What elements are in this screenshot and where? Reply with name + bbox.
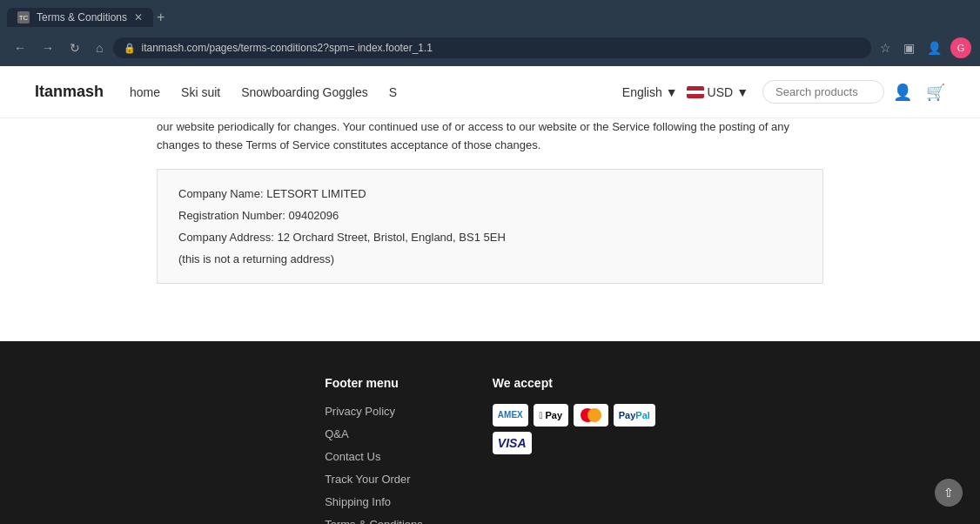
site-logo[interactable]: Itanmash [35, 83, 104, 101]
tab-bar: TC Terms & Conditions ✕ + [0, 0, 980, 30]
home-button[interactable]: ⌂ [91, 37, 108, 58]
footer-payments-heading: We accept [493, 376, 655, 390]
amex-payment-icon: AMEX [493, 404, 528, 427]
refresh-button[interactable]: ↻ [64, 37, 85, 58]
site-footer: Footer menu Privacy Policy Q&A Contact U… [0, 341, 980, 524]
navigation-bar: ← → ↻ ⌂ 🔒 ☆ ▣ 👤 G [0, 30, 980, 66]
address-bar: 🔒 [113, 37, 871, 58]
tab-favicon: TC [17, 11, 30, 24]
list-item: Contact Us [325, 449, 423, 463]
currency-selector[interactable]: USD ▼ [687, 85, 748, 99]
profile-icon[interactable]: 👤 [923, 37, 945, 58]
nav-home[interactable]: home [130, 85, 160, 99]
address-value: 12 Orchard Street, Bristol, England, BS1… [277, 231, 505, 244]
footer-track-order-link[interactable]: Track Your Order [325, 473, 411, 486]
list-item: Privacy Policy [325, 404, 423, 418]
registration-value: 09402096 [288, 209, 339, 222]
currency-label: USD [708, 85, 734, 99]
footer-terms-link[interactable]: Terms & Conditions [325, 518, 423, 524]
company-name-line: Company Name: LETSORT LIMITED [178, 187, 802, 200]
footer-shipping-info-link[interactable]: Shipping Info [325, 495, 391, 508]
active-tab[interactable]: TC Terms & Conditions ✕ [7, 8, 153, 27]
back-button[interactable]: ← [9, 37, 31, 58]
language-label: English [622, 85, 662, 99]
browser-nav-icons: ☆ ▣ 👤 G [876, 37, 971, 58]
url-input[interactable] [141, 42, 861, 54]
search-input[interactable] [762, 80, 884, 104]
content-area: our website periodically for changes. Yo… [0, 118, 980, 333]
new-tab-button[interactable]: + [157, 10, 164, 25]
mastercard-payment-icon [574, 404, 608, 427]
payment-icons-group: AMEX  Pay PayPal [493, 404, 655, 427]
list-item: Q&A [325, 427, 423, 440]
mastercard-right-circle [587, 408, 601, 422]
visa-payment-icon: VISA [493, 432, 532, 454]
footer-payments-column: We accept AMEX  Pay PayPal VISA [493, 376, 655, 524]
address-note-line: (this is not a returning address) [178, 252, 802, 265]
us-flag-icon [687, 86, 704, 98]
registration-label: Registration Number: [178, 209, 285, 222]
browser-chrome: TC Terms & Conditions ✕ + ← → ↻ ⌂ 🔒 ☆ ▣ … [0, 0, 980, 66]
tab-title: Terms & Conditions [37, 11, 127, 24]
registration-line: Registration Number: 09402096 [178, 209, 802, 222]
user-account-icon[interactable]: 👤 [893, 83, 912, 102]
footer-qa-link[interactable]: Q&A [325, 427, 348, 440]
bookmark-icon[interactable]: ☆ [876, 37, 895, 58]
chevron-down-icon: ▼ [736, 85, 748, 99]
lock-icon: 🔒 [124, 43, 136, 54]
content-footer-spacer [0, 333, 980, 341]
applepay-payment-icon:  Pay [534, 404, 568, 427]
chevron-down-icon: ▼ [666, 85, 678, 99]
list-item: Track Your Order [325, 472, 423, 486]
list-item: Terms & Conditions [325, 517, 423, 524]
tab-close-button[interactable]: ✕ [134, 11, 143, 24]
shopping-cart-icon[interactable]: 🛒 [926, 83, 945, 102]
nav-s[interactable]: S [389, 85, 397, 99]
back-to-top-button[interactable]: ⇧ [935, 479, 963, 507]
company-name-value: LETSORT LIMITED [266, 187, 366, 200]
footer-menu-column: Footer menu Privacy Policy Q&A Contact U… [325, 376, 423, 524]
company-name-label: Company Name: [178, 187, 264, 200]
address-line: Company Address: 12 Orchard Street, Bris… [178, 231, 802, 244]
list-item: Shipping Info [325, 494, 423, 508]
extensions-icon[interactable]: ▣ [900, 37, 918, 58]
footer-columns: Footer menu Privacy Policy Q&A Contact U… [0, 376, 980, 524]
forward-button[interactable]: → [37, 37, 59, 58]
header-icons: 👤 🛒 [893, 83, 945, 102]
nav-snowboarding-goggles[interactable]: Snowboarding Goggles [241, 85, 368, 99]
main-nav: home Ski suit Snowboarding Goggles S [130, 85, 622, 99]
language-selector[interactable]: English ▼ [622, 85, 678, 99]
paypal-payment-icon: PayPal [614, 404, 655, 427]
footer-contact-link[interactable]: Contact Us [325, 450, 380, 463]
footer-menu-list: Privacy Policy Q&A Contact Us Track Your… [325, 404, 423, 524]
payment-icons-row2: VISA [493, 432, 655, 454]
company-info-box: Company Name: LETSORT LIMITED Registrati… [157, 169, 823, 284]
user-avatar[interactable]: G [950, 37, 971, 58]
footer-menu-heading: Footer menu [325, 376, 423, 390]
footer-dark-section: Footer menu Privacy Policy Q&A Contact U… [0, 341, 980, 524]
address-label: Company Address: [178, 231, 274, 244]
footer-privacy-policy-link[interactable]: Privacy Policy [325, 405, 395, 418]
site-header: Itanmash home Ski suit Snowboarding Gogg… [0, 66, 980, 118]
terms-paragraph: our website periodically for changes. Yo… [157, 118, 823, 155]
nav-ski-suit[interactable]: Ski suit [181, 85, 220, 99]
